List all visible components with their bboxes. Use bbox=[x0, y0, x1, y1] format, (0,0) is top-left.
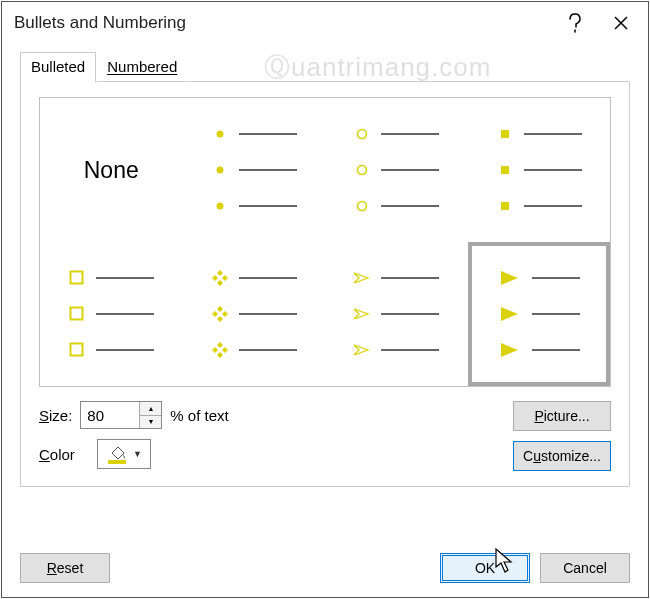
svg-rect-7 bbox=[501, 166, 509, 174]
ok-button[interactable]: OK bbox=[440, 553, 530, 583]
svg-point-5 bbox=[358, 202, 367, 211]
picture-button[interactable]: Picture... bbox=[513, 401, 611, 431]
svg-rect-10 bbox=[71, 308, 83, 320]
svg-point-1 bbox=[216, 167, 223, 174]
tab-strip: Bulleted Numbered bbox=[20, 52, 630, 82]
size-input[interactable] bbox=[81, 402, 139, 428]
none-label: None bbox=[84, 157, 139, 184]
size-label: Size: bbox=[39, 407, 72, 424]
paint-bucket-icon bbox=[106, 443, 128, 465]
bullet-style-hollow-square[interactable] bbox=[40, 242, 183, 386]
close-icon bbox=[613, 15, 629, 31]
svg-point-3 bbox=[358, 130, 367, 139]
tab-panel-bulleted: None bbox=[20, 81, 630, 487]
svg-point-2 bbox=[216, 203, 223, 210]
pct-of-text-label: % of text bbox=[170, 407, 228, 424]
bullet-style-filled-dot[interactable] bbox=[183, 98, 326, 242]
size-down-button[interactable]: ▼ bbox=[140, 416, 161, 429]
size-up-button[interactable]: ▲ bbox=[140, 402, 161, 416]
tab-bulleted[interactable]: Bulleted bbox=[20, 52, 96, 82]
bullet-style-filled-square[interactable] bbox=[468, 98, 611, 242]
bullet-style-filled-triangle[interactable] bbox=[468, 242, 611, 386]
help-button[interactable] bbox=[552, 5, 598, 41]
svg-point-4 bbox=[358, 166, 367, 175]
close-button[interactable] bbox=[598, 5, 644, 41]
diamond-cluster-icon bbox=[211, 269, 229, 287]
help-icon bbox=[568, 13, 582, 33]
dialog-window: Bullets and Numbering Bulleted Numbered … bbox=[1, 1, 649, 598]
svg-rect-6 bbox=[501, 130, 509, 138]
dialog-title: Bullets and Numbering bbox=[14, 13, 552, 33]
dialog-footer: Reset OK Cancel bbox=[2, 543, 648, 597]
svg-rect-11 bbox=[71, 344, 83, 356]
cancel-button[interactable]: Cancel bbox=[540, 553, 630, 583]
svg-rect-8 bbox=[501, 202, 509, 210]
arrowhead-icon bbox=[353, 269, 371, 287]
hollow-square-icon bbox=[68, 269, 86, 287]
size-spinner[interactable]: ▲ ▼ bbox=[80, 401, 162, 429]
color-picker-button[interactable]: ▼ bbox=[97, 439, 151, 469]
chevron-down-icon: ▼ bbox=[133, 449, 142, 459]
customize-button[interactable]: Customize... bbox=[513, 441, 611, 471]
svg-rect-9 bbox=[71, 272, 83, 284]
bullet-style-none[interactable]: None bbox=[40, 98, 183, 242]
reset-button[interactable]: Reset bbox=[20, 553, 110, 583]
bullet-style-diamond-cluster[interactable] bbox=[183, 242, 326, 386]
bullet-style-hollow-dot[interactable] bbox=[325, 98, 468, 242]
dot-icon bbox=[211, 125, 229, 143]
bullet-style-grid: None bbox=[39, 97, 611, 387]
circle-icon bbox=[353, 125, 371, 143]
square-icon bbox=[496, 125, 514, 143]
triangle-icon bbox=[498, 269, 522, 287]
titlebar: Bullets and Numbering bbox=[2, 2, 648, 44]
svg-point-0 bbox=[216, 131, 223, 138]
svg-rect-12 bbox=[108, 460, 126, 464]
color-label: Color bbox=[39, 446, 75, 463]
tab-numbered[interactable]: Numbered bbox=[96, 52, 188, 82]
bullet-style-arrowhead[interactable] bbox=[325, 242, 468, 386]
